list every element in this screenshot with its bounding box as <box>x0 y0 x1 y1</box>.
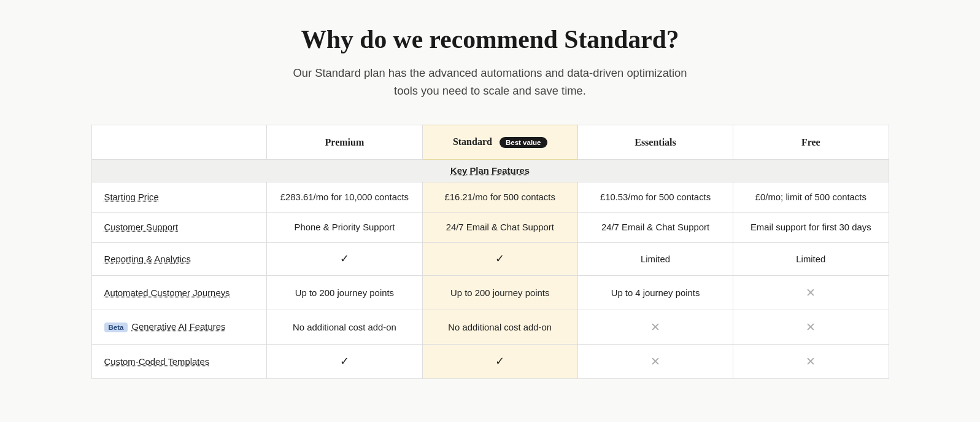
text-cell: No additional cost add-on <box>422 310 577 345</box>
col-header-feature <box>91 125 267 159</box>
check-icon: ✓ <box>340 355 349 367</box>
table-row: Customer SupportPhone & Priority Support… <box>91 213 889 243</box>
comparison-table-wrapper: Premium Standard Best value Essentials F… <box>91 125 889 379</box>
cross-cell: ✕ <box>733 345 889 379</box>
best-value-badge: Best value <box>500 137 547 148</box>
text-cell: £0/mo; limit of 500 contacts <box>733 182 889 213</box>
col-header-premium: Premium <box>267 125 422 159</box>
check-icon: ✓ <box>340 252 349 265</box>
standard-label: Standard <box>453 136 492 147</box>
text-cell: Email support for first 30 days <box>733 213 889 243</box>
check-cell: ✓ <box>267 243 422 276</box>
text-cell: £16.21/mo for 500 contacts <box>422 182 577 213</box>
cross-icon: ✕ <box>650 321 660 334</box>
feature-name-cell: Automated Customer Journeys <box>91 276 267 310</box>
text-cell: No additional cost add-on <box>267 310 422 345</box>
text-cell: Limited <box>577 243 733 276</box>
cross-cell: ✕ <box>733 276 889 310</box>
col-header-free: Free <box>733 125 889 159</box>
col-header-standard: Standard Best value <box>422 125 577 159</box>
feature-name-cell: BetaGenerative AI Features <box>91 310 267 345</box>
col-header-essentials: Essentials <box>577 125 733 159</box>
feature-name-cell: Reporting & Analytics <box>91 243 267 276</box>
text-cell: Limited <box>733 243 889 276</box>
feature-name-cell: Custom-Coded Templates <box>91 345 267 379</box>
cross-cell: ✕ <box>733 310 889 345</box>
cross-cell: ✕ <box>577 345 733 379</box>
beta-badge: Beta <box>104 322 128 332</box>
text-cell: £283.61/mo for 10,000 contacts <box>267 182 422 213</box>
section-header-row: Key Plan Features <box>91 160 889 182</box>
check-icon: ✓ <box>495 355 504 367</box>
cross-icon: ✕ <box>806 321 816 334</box>
table-row: BetaGenerative AI FeaturesNo additional … <box>91 310 889 345</box>
feature-name-cell: Customer Support <box>91 213 267 243</box>
page-title: Why do we recommend Standard? <box>12 25 968 54</box>
check-cell: ✓ <box>267 345 422 379</box>
cross-icon: ✕ <box>806 355 816 368</box>
check-cell: ✓ <box>422 243 577 276</box>
text-cell: Up to 4 journey points <box>577 276 733 310</box>
section-header-cell: Key Plan Features <box>91 160 889 182</box>
comparison-table: Premium Standard Best value Essentials F… <box>91 125 889 379</box>
text-cell: Up to 200 journey points <box>267 276 422 310</box>
table-row: Starting Price£283.61/mo for 10,000 cont… <box>91 182 889 213</box>
table-row: Reporting & Analytics✓✓LimitedLimited <box>91 243 889 276</box>
text-cell: 24/7 Email & Chat Support <box>422 213 577 243</box>
cross-icon: ✕ <box>650 355 660 368</box>
check-icon: ✓ <box>495 252 504 265</box>
check-cell: ✓ <box>422 345 577 379</box>
text-cell: Phone & Priority Support <box>267 213 422 243</box>
table-row: Automated Customer JourneysUp to 200 jou… <box>91 276 889 310</box>
page-header: Why do we recommend Standard? Our Standa… <box>12 25 968 100</box>
table-row: Custom-Coded Templates✓✓✕✕ <box>91 345 889 379</box>
cross-cell: ✕ <box>577 310 733 345</box>
text-cell: £10.53/mo for 500 contacts <box>577 182 733 213</box>
cross-icon: ✕ <box>806 286 816 299</box>
text-cell: Up to 200 journey points <box>422 276 577 310</box>
feature-name-cell: Starting Price <box>91 182 267 213</box>
page-subtitle: Our Standard plan has the advanced autom… <box>282 64 699 100</box>
text-cell: 24/7 Email & Chat Support <box>577 213 733 243</box>
